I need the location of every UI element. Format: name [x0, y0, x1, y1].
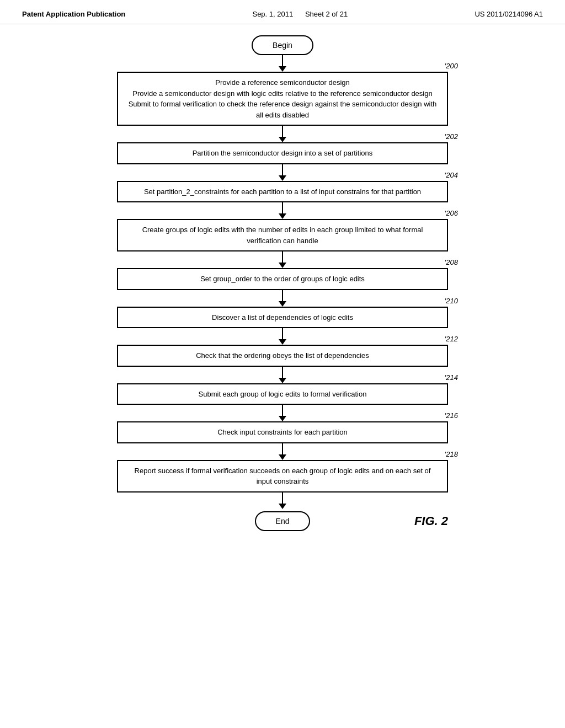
- arrow: [282, 126, 283, 137]
- arrow: [282, 328, 283, 339]
- arrow-head: [279, 378, 286, 383]
- step-box-218: Report success if formal verification su…: [117, 460, 448, 493]
- arrow-head: [279, 504, 286, 509]
- arrow-head: [279, 263, 286, 268]
- arrow-head: [279, 416, 286, 421]
- arrow: [282, 202, 283, 213]
- ref-206: ′206: [445, 209, 458, 217]
- flowchart: Begin ′200 Provide a reference semicondu…: [117, 35, 448, 531]
- ref-200: ′200: [445, 62, 458, 70]
- arrow: [282, 443, 283, 454]
- arrow: [282, 251, 283, 263]
- fig-caption: FIG. 2: [414, 514, 448, 528]
- step-box-202: Partition the semiconductor design into …: [117, 142, 448, 164]
- end-oval: End: [255, 511, 311, 531]
- arrow-head: [279, 213, 286, 219]
- arrow-head: [279, 66, 286, 72]
- main-content: Begin ′200 Provide a reference semicondu…: [0, 24, 565, 548]
- step-box-216: Check input constraints for each partiti…: [117, 421, 448, 443]
- step-box-212: Check that the ordering obeys the list o…: [117, 345, 448, 367]
- step-box-206: Create groups of logic edits with the nu…: [117, 219, 448, 251]
- header-left: Patent Application Publication: [22, 10, 125, 18]
- arrow-head: [279, 137, 286, 142]
- arrow: [282, 55, 283, 66]
- ref-202: ′202: [445, 132, 458, 141]
- ref-210: ′210: [445, 297, 458, 305]
- ref-214: ′214: [445, 373, 458, 382]
- arrow-head: [279, 301, 286, 307]
- step-box-210: Discover a list of dependencies of logic…: [117, 307, 448, 329]
- begin-oval: Begin: [252, 35, 313, 55]
- arrow: [282, 367, 283, 378]
- ref-212: ′212: [445, 335, 458, 343]
- ref-204: ′204: [445, 171, 458, 179]
- arrow: [282, 405, 283, 416]
- page-header: Patent Application Publication Sep. 1, 2…: [0, 0, 565, 24]
- header-center: Sep. 1, 2011 Sheet 2 of 21: [252, 10, 348, 18]
- step-box-204: Set partition_2_constraints for each par…: [117, 181, 448, 203]
- arrow-head: [279, 339, 286, 345]
- ref-218: ′218: [445, 450, 458, 458]
- arrow: [282, 164, 283, 175]
- step-box-208: Set group_order to the order of groups o…: [117, 268, 448, 290]
- arrow-head: [279, 454, 286, 460]
- ref-208: ′208: [445, 258, 458, 266]
- step-box-214: Submit each group of logic edits to form…: [117, 383, 448, 405]
- arrow: [282, 493, 283, 504]
- header-right: US 2011/0214096 A1: [475, 10, 543, 18]
- arrow-head: [279, 175, 286, 181]
- arrow: [282, 290, 283, 301]
- step-box-200: Provide a reference semiconductor design…: [117, 72, 448, 126]
- ref-216: ′216: [445, 411, 458, 420]
